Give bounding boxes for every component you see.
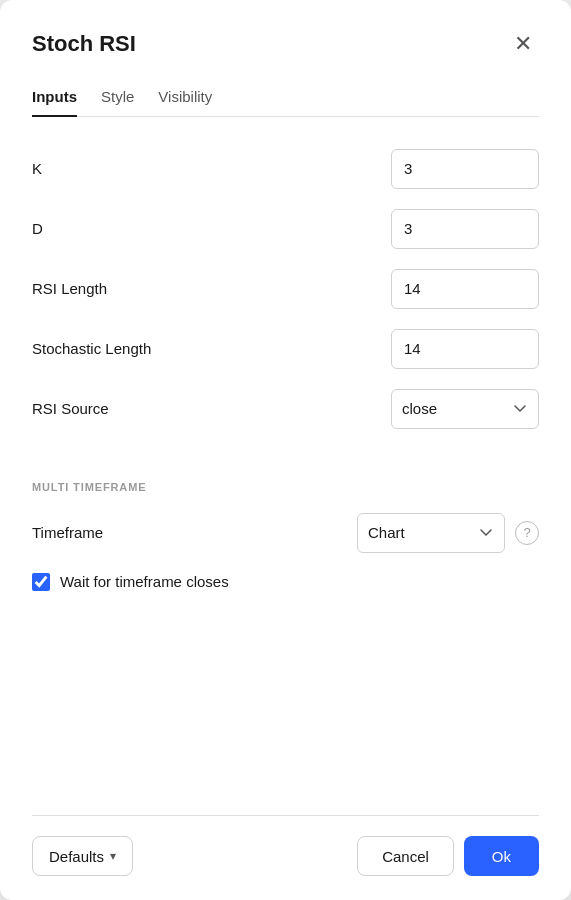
chevron-down-icon: ▾ bbox=[110, 849, 116, 863]
rsi-source-label: RSI Source bbox=[32, 400, 109, 417]
defaults-label: Defaults bbox=[49, 848, 104, 865]
rsi-length-row: RSI Length bbox=[32, 269, 539, 309]
tab-style[interactable]: Style bbox=[101, 80, 134, 117]
ok-button[interactable]: Ok bbox=[464, 836, 539, 876]
dialog-title: Stoch RSI bbox=[32, 31, 136, 57]
k-row: K bbox=[32, 149, 539, 189]
cancel-button[interactable]: Cancel bbox=[357, 836, 454, 876]
rsi-source-row: RSI Source close open high low hl2 hlc3 … bbox=[32, 389, 539, 429]
d-label: D bbox=[32, 220, 43, 237]
rsi-length-input[interactable] bbox=[391, 269, 539, 309]
timeframe-controls: Chart 1 3 5 15 30 60 D W M ? bbox=[357, 513, 539, 553]
help-icon[interactable]: ? bbox=[515, 521, 539, 545]
inputs-panel: K D RSI Length Stochastic Length RSI Sou… bbox=[32, 149, 539, 816]
wait-for-closes-checkbox[interactable] bbox=[32, 573, 50, 591]
tabs-bar: Inputs Style Visibility bbox=[32, 80, 539, 117]
k-label: K bbox=[32, 160, 42, 177]
stochastic-length-input[interactable] bbox=[391, 329, 539, 369]
timeframe-label: Timeframe bbox=[32, 524, 103, 541]
timeframe-row: Timeframe Chart 1 3 5 15 30 60 D W M ? bbox=[32, 513, 539, 553]
question-mark-icon: ? bbox=[523, 525, 530, 540]
tab-inputs[interactable]: Inputs bbox=[32, 80, 77, 117]
stoch-rsi-dialog: Stoch RSI ✕ Inputs Style Visibility K D … bbox=[0, 0, 571, 900]
timeframe-select[interactable]: Chart 1 3 5 15 30 60 D W M bbox=[357, 513, 505, 553]
rsi-source-select[interactable]: close open high low hl2 hlc3 ohlc4 bbox=[391, 389, 539, 429]
stochastic-length-label: Stochastic Length bbox=[32, 340, 151, 357]
dialog-header: Stoch RSI ✕ bbox=[32, 28, 539, 60]
defaults-button[interactable]: Defaults ▾ bbox=[32, 836, 133, 876]
k-input[interactable] bbox=[391, 149, 539, 189]
multi-timeframe-section-label: MULTI TIMEFRAME bbox=[32, 481, 539, 493]
rsi-length-label: RSI Length bbox=[32, 280, 107, 297]
wait-for-closes-row: Wait for timeframe closes bbox=[32, 573, 539, 591]
d-row: D bbox=[32, 209, 539, 249]
d-input[interactable] bbox=[391, 209, 539, 249]
section-divider bbox=[32, 449, 539, 465]
tab-visibility[interactable]: Visibility bbox=[158, 80, 212, 117]
dialog-footer: Defaults ▾ Cancel Ok bbox=[32, 815, 539, 900]
footer-right-actions: Cancel Ok bbox=[357, 836, 539, 876]
close-icon: ✕ bbox=[514, 31, 532, 57]
wait-for-closes-label: Wait for timeframe closes bbox=[60, 573, 229, 590]
close-button[interactable]: ✕ bbox=[507, 28, 539, 60]
stochastic-length-row: Stochastic Length bbox=[32, 329, 539, 369]
